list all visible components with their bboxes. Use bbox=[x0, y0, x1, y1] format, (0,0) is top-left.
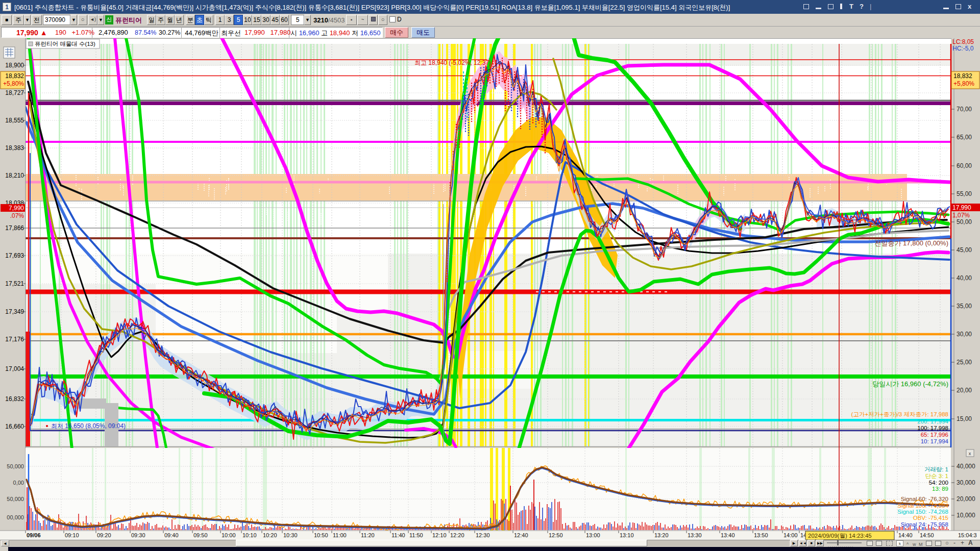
svg-text:13:00: 13:00 bbox=[586, 532, 600, 538]
svg-text:11:40: 11:40 bbox=[391, 532, 405, 538]
svg-text:20,00: 20,00 bbox=[957, 387, 972, 394]
svg-text:200: 17,994: 200: 17,994 bbox=[917, 418, 948, 424]
svg-text:09:40: 09:40 bbox=[164, 532, 179, 538]
svg-text:16,660: 16,660 bbox=[5, 423, 24, 430]
svg-text:17,521: 17,521 bbox=[5, 280, 24, 287]
svg-text:25,00: 25,00 bbox=[957, 359, 972, 366]
svg-text:2024/09/09(월) 14:23:45: 2024/09/09(월) 14:23:45 bbox=[808, 533, 872, 539]
svg-text:17,176: 17,176 bbox=[5, 336, 24, 343]
svg-text:20,000: 20,000 bbox=[957, 495, 975, 503]
svg-text:퓨런티어 매물대 수(13): 퓨런티어 매물대 수(13) bbox=[35, 41, 95, 47]
svg-text:10:00: 10:00 bbox=[222, 532, 236, 538]
svg-text:10:20: 10:20 bbox=[263, 532, 277, 538]
svg-text:14:00: 14:00 bbox=[783, 532, 798, 538]
svg-text:.07%: .07% bbox=[10, 212, 24, 219]
svg-text:13: 89: 13: 89 bbox=[932, 486, 948, 492]
svg-text:50,00: 50,00 bbox=[957, 218, 972, 226]
svg-text:70,00: 70,00 bbox=[957, 106, 972, 113]
svg-text:12:50: 12:50 bbox=[549, 532, 563, 538]
svg-text:+5,80%: +5,80% bbox=[953, 80, 974, 87]
svg-text:54: 200: 54: 200 bbox=[929, 480, 948, 486]
svg-text:55,00: 55,00 bbox=[957, 190, 972, 197]
svg-text:35,00: 35,00 bbox=[957, 303, 972, 310]
svg-text:09/06: 09/06 bbox=[27, 532, 41, 538]
svg-text:(고가+저가+종가)/3 제차종가: 17,988: (고가+저가+종가)/3 제차종가: 17,988 bbox=[851, 411, 948, 417]
svg-text:10,000: 10,000 bbox=[957, 512, 975, 519]
svg-text:18,832: 18,832 bbox=[5, 72, 24, 80]
svg-text:최고 18,940 (-5,02%, 12:37): 최고 18,940 (-5,02%, 12:37) bbox=[414, 59, 491, 66]
svg-text:16,832: 16,832 bbox=[5, 395, 24, 403]
svg-text:18,555: 18,555 bbox=[5, 117, 24, 124]
svg-text:당일시가 16,960 (-4,72%): 당일시가 16,960 (-4,72%) bbox=[872, 380, 948, 388]
svg-text:7,990: 7,990 bbox=[9, 205, 24, 212]
svg-text:13:30: 13:30 bbox=[688, 532, 702, 538]
svg-text:65: 17,996: 65: 17,996 bbox=[921, 432, 948, 438]
svg-text:17,693: 17,693 bbox=[5, 252, 24, 259]
svg-text:11:50: 11:50 bbox=[409, 532, 423, 538]
svg-text:17,990: 17,990 bbox=[952, 204, 971, 211]
svg-text:60,00: 60,00 bbox=[957, 162, 972, 169]
svg-text:최저 16,650 (8,05%, 09:04): 최저 16,650 (8,05%, 09:04) bbox=[51, 422, 126, 430]
svg-text:Signal 100: -74,884: Signal 100: -74,884 bbox=[897, 503, 948, 509]
svg-text:13:40: 13:40 bbox=[721, 532, 735, 538]
svg-text:14:50: 14:50 bbox=[920, 532, 934, 538]
svg-text:09:30: 09:30 bbox=[131, 532, 145, 538]
svg-text:0,00: 0,00 bbox=[13, 480, 24, 486]
svg-text:30,00: 30,00 bbox=[957, 331, 972, 338]
svg-text:30,000: 30,000 bbox=[957, 479, 975, 486]
svg-text:단순 3: 1: 단순 3: 1 bbox=[925, 473, 948, 479]
svg-text:100: 17,998: 100: 17,998 bbox=[917, 425, 948, 431]
svg-text:x: x bbox=[969, 451, 971, 456]
svg-text:50,000: 50,000 bbox=[7, 463, 24, 469]
svg-text:65,00: 65,00 bbox=[957, 134, 972, 141]
svg-text:10: 17,994: 10: 17,994 bbox=[921, 438, 949, 444]
svg-text:18,383: 18,383 bbox=[5, 144, 24, 152]
svg-text:13:50: 13:50 bbox=[754, 532, 768, 538]
svg-text:OBV: -75,415: OBV: -75,415 bbox=[913, 515, 948, 521]
svg-text:09:20: 09:20 bbox=[97, 532, 111, 538]
svg-text:00,000: 00,000 bbox=[7, 514, 24, 520]
svg-text:17,004: 17,004 bbox=[5, 365, 24, 372]
svg-text:전일종가 17,800 (0,00%): 전일종가 17,800 (0,00%) bbox=[874, 239, 948, 247]
svg-text:10:50: 10:50 bbox=[314, 532, 328, 538]
svg-text:거래량: 1: 거래량: 1 bbox=[924, 466, 948, 472]
svg-text:13:10: 13:10 bbox=[620, 532, 634, 538]
svg-text:12:20: 12:20 bbox=[450, 532, 464, 538]
svg-text:40,000: 40,000 bbox=[957, 463, 975, 470]
svg-text:1,07%: 1,07% bbox=[952, 212, 970, 219]
svg-text:12:10: 12:10 bbox=[432, 532, 447, 538]
svg-text:17,866: 17,866 bbox=[5, 224, 24, 232]
svg-text:17,349: 17,349 bbox=[5, 308, 24, 315]
svg-text:45,00: 45,00 bbox=[957, 246, 972, 254]
svg-text:11:00: 11:00 bbox=[333, 532, 347, 538]
svg-text:10:10: 10:10 bbox=[242, 532, 257, 538]
svg-text:10:30: 10:30 bbox=[283, 532, 298, 538]
svg-text:LC:8,05: LC:8,05 bbox=[952, 38, 974, 45]
svg-text:12:40: 12:40 bbox=[514, 532, 528, 538]
svg-text:13:20: 13:20 bbox=[654, 532, 669, 538]
svg-text:HC:-5,0: HC:-5,0 bbox=[952, 45, 974, 52]
svg-text:12:30: 12:30 bbox=[476, 532, 490, 538]
svg-text:50,000: 50,000 bbox=[7, 496, 24, 502]
svg-text:Signal 24: -75,958: Signal 24: -75,958 bbox=[901, 521, 948, 528]
svg-text:40,00: 40,00 bbox=[957, 274, 972, 282]
svg-text:Signal 60: -76,320: Signal 60: -76,320 bbox=[901, 496, 948, 502]
svg-text:Signal 150: -74,268: Signal 150: -74,268 bbox=[897, 509, 948, 515]
svg-text:18,832: 18,832 bbox=[953, 72, 972, 80]
svg-text:+5,80%: +5,80% bbox=[3, 80, 24, 87]
svg-text:15:04:3: 15:04:3 bbox=[958, 532, 977, 538]
svg-text:09:10: 09:10 bbox=[65, 532, 79, 538]
svg-text:15,00: 15,00 bbox=[957, 415, 972, 422]
svg-text:11:20: 11:20 bbox=[361, 532, 375, 538]
svg-text:18,210: 18,210 bbox=[5, 172, 24, 179]
svg-text:18,900: 18,900 bbox=[5, 62, 24, 69]
svg-text:14:40: 14:40 bbox=[898, 532, 913, 538]
svg-text:09:50: 09:50 bbox=[193, 532, 208, 538]
svg-text:18,727: 18,727 bbox=[5, 89, 24, 96]
